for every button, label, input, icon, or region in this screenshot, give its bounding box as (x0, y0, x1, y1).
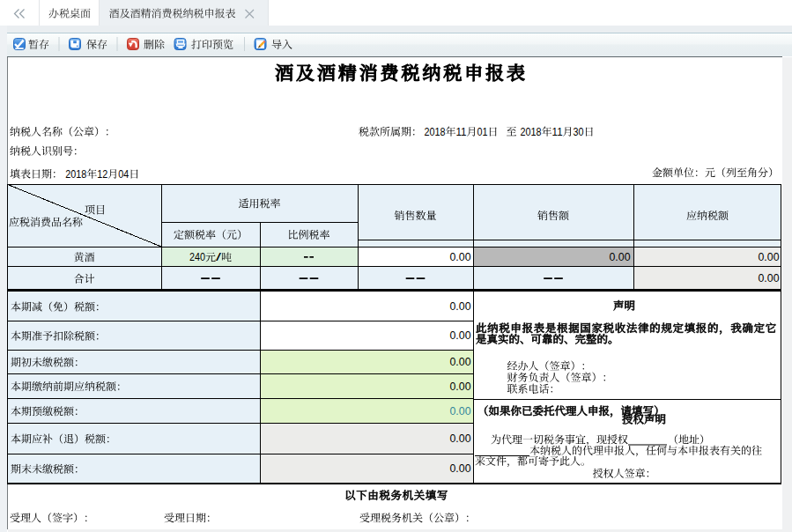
svg-text:04: 04 (118, 168, 129, 181)
svg-text:2018: 2018 (425, 126, 446, 138)
svg-text:2018: 2018 (65, 168, 86, 181)
svg-text:0.00: 0.00 (450, 251, 471, 263)
svg-text:11: 11 (456, 126, 467, 138)
svg-text:0.00: 0.00 (610, 251, 631, 263)
svg-text:2018: 2018 (521, 126, 542, 138)
svg-text:12: 12 (97, 168, 107, 181)
svg-text:0.00: 0.00 (759, 272, 780, 284)
svg-text:0.00: 0.00 (450, 356, 471, 368)
svg-text:0.00: 0.00 (450, 432, 471, 445)
svg-text:0.00: 0.00 (759, 251, 780, 263)
svg-text:0.00: 0.00 (450, 462, 471, 475)
svg-text:11: 11 (552, 126, 563, 138)
svg-text:01: 01 (477, 126, 488, 138)
svg-text:0.00: 0.00 (450, 381, 471, 393)
svg-text:30: 30 (574, 126, 584, 138)
svg-text:0.00: 0.00 (450, 329, 471, 342)
svg-text:240: 240 (189, 251, 205, 263)
svg-text:0.00: 0.00 (450, 300, 471, 313)
svg-text:0.00: 0.00 (450, 405, 471, 417)
